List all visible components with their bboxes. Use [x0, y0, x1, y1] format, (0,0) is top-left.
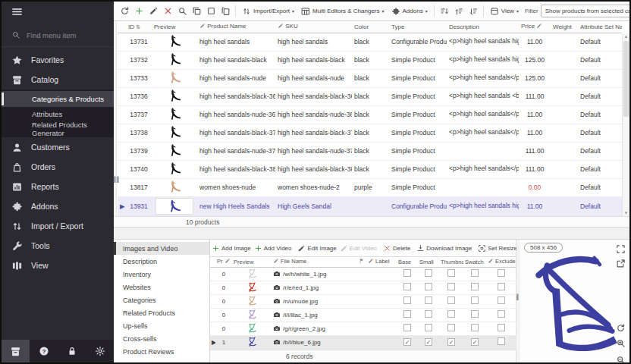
menu-addons[interactable]: Addons▾ [389, 5, 430, 18]
product-row[interactable]: 13732 high heel sandals-black high heel … [118, 51, 622, 69]
thumbnail-checkbox[interactable] [447, 269, 455, 277]
icol-file-name[interactable]: File Name [272, 257, 357, 267]
base-checkbox[interactable] [403, 269, 411, 277]
col-attribute-set[interactable]: Attribute Set Name [578, 21, 622, 33]
sidebar-item-reports[interactable]: Reports [2, 177, 114, 196]
edit-image-button[interactable]: Edit Image [297, 244, 336, 253]
product-row[interactable]: 13731 high heel sandals high heel sandal… [118, 33, 622, 51]
tab-cross-sells[interactable]: Cross-sells [114, 332, 209, 345]
thumbnail-checkbox[interactable] [447, 310, 455, 318]
swatch-checkbox[interactable] [471, 310, 479, 318]
menu-import-export[interactable]: Import/Export▾ [240, 5, 297, 18]
sortza-button[interactable] [438, 5, 450, 18]
zoom-out-icon[interactable] [616, 354, 626, 362]
exclude-checkbox[interactable] [498, 297, 505, 304]
sidebar-subitem-categories-products[interactable]: Categories & Products [2, 91, 114, 107]
sidebar-item-view[interactable]: View [2, 256, 114, 275]
image-row[interactable]: 0 /g/r/green_2.jpg [210, 322, 516, 335]
delete-button[interactable] [162, 5, 174, 18]
copy-button[interactable] [190, 5, 202, 18]
base-checkbox[interactable] [403, 324, 411, 331]
product-row[interactable]: 13738 high heel sandals-black-37 high he… [118, 124, 622, 142]
thumbnail-checkbox[interactable] [447, 324, 455, 331]
sidebar-item-customers[interactable]: Customers [2, 137, 114, 157]
archive-footer-icon[interactable] [2, 340, 30, 362]
products-scrollbar[interactable]: ▲▼ [622, 33, 629, 216]
sidebar-item-addons[interactable]: Addons [2, 196, 114, 216]
menu-search-input[interactable] [27, 31, 102, 39]
edit-video-button[interactable]: Edit Video [340, 244, 377, 253]
small-checkbox[interactable] [425, 297, 432, 304]
thumbnail-checkbox[interactable]: ✓ [447, 338, 455, 346]
image-row[interactable]: 0 /n/u/nude.jpg [210, 294, 516, 308]
base-checkbox[interactable]: ✓ [403, 338, 411, 346]
add-video-button[interactable]: Add Video [254, 244, 292, 253]
menu-multi-editors-changers[interactable]: Multi Editors & Changers▾ [299, 5, 387, 18]
exclude-checkbox[interactable] [498, 310, 505, 318]
tab-images-and-video[interactable]: Images and Video [114, 242, 209, 255]
add-image-button[interactable]: Add Image [212, 244, 251, 253]
tab-product-reviews[interactable]: Product Reviews [114, 345, 209, 358]
sidebar-item-orders[interactable]: Orders [2, 157, 114, 177]
sidebar-subitem-related-products-generator[interactable]: Related Products Generator [2, 121, 114, 136]
paste-button[interactable] [219, 5, 231, 18]
product-row[interactable]: 13736 high heel sandals-black-36 high he… [118, 87, 622, 105]
download-image-button[interactable]: Download Image [416, 244, 472, 253]
tab-description[interactable]: Description [114, 255, 209, 268]
product-row[interactable]: ▶ 13931 new High Heels Sandals High Geel… [118, 196, 622, 216]
tab-inventory[interactable]: Inventory [114, 268, 209, 281]
image-row[interactable]: 0 /r/e/red_1.jpg [210, 281, 516, 294]
tab-websites[interactable]: Websites [114, 281, 209, 293]
hamburger-menu-icon[interactable] [11, 5, 24, 21]
col-preview[interactable]: Preview [152, 21, 197, 33]
thumbnail-checkbox[interactable] [447, 283, 455, 290]
horizontal-splitter[interactable] [114, 228, 629, 240]
refresh-preview-icon[interactable] [616, 322, 626, 332]
sidebar-item-favorites[interactable]: Favorites [2, 50, 114, 70]
col-weight[interactable]: Weight [551, 21, 578, 33]
col-id[interactable]: ID ⇅ [126, 21, 152, 33]
icol-label[interactable]: Label [366, 257, 397, 267]
zoom-in-icon[interactable] [616, 337, 626, 347]
sidebar-item-catalog[interactable]: Catalog [2, 70, 114, 89]
delete-button[interactable]: Delete [383, 244, 410, 253]
gear-icon[interactable] [95, 340, 105, 362]
swatch-checkbox[interactable] [471, 324, 479, 331]
product-row[interactable]: 13740 high heel sandals-black-38 high he… [118, 160, 622, 178]
image-row[interactable]: ▶ 1 /b/l/blue_6.jpg ✓✓✓✓ [210, 335, 516, 349]
swatch-checkbox[interactable] [471, 283, 479, 290]
sidebar-subitem-attributes[interactable]: Attributes [2, 107, 114, 121]
swatch-checkbox[interactable] [471, 297, 479, 304]
icol-base[interactable]: Base [397, 257, 418, 267]
view-menu[interactable]: View▾ [488, 5, 521, 18]
fullscreen-icon[interactable] [616, 243, 626, 253]
exclude-checkbox[interactable] [498, 283, 505, 290]
icol-preview[interactable]: Preview [232, 257, 272, 267]
open-external-icon[interactable] [616, 258, 626, 268]
base-checkbox[interactable] [403, 297, 411, 304]
product-row[interactable]: 13739 high heel sandals-nude-37 high hee… [118, 142, 622, 160]
small-checkbox[interactable] [425, 310, 432, 318]
thumbnail-checkbox[interactable] [447, 297, 455, 304]
image-row[interactable]: 0 /w/h/white_1.jpg [210, 267, 516, 281]
small-checkbox[interactable] [425, 283, 432, 290]
small-checkbox[interactable]: ✓ [425, 338, 432, 346]
tab-up-sells[interactable]: Up-sells [114, 319, 209, 332]
refresh-button[interactable] [118, 5, 130, 18]
search-button[interactable] [176, 5, 188, 18]
swatch-checkbox[interactable]: ✓ [471, 338, 479, 346]
sidebar-item-import-export[interactable]: Import / Export [2, 216, 114, 236]
select-button[interactable] [205, 5, 217, 18]
small-checkbox[interactable] [425, 324, 432, 331]
help-icon[interactable]: ? [39, 340, 49, 362]
col-color[interactable]: Color [352, 21, 389, 33]
sidebar-splitter[interactable]: ▌▌ [114, 21, 117, 227]
small-checkbox[interactable] [425, 269, 432, 277]
expandall-button[interactable] [453, 5, 465, 18]
image-row[interactable]: 0 /l/i/lilac_1.jpg [210, 308, 516, 322]
exclude-checkbox[interactable] [498, 324, 505, 331]
product-row[interactable]: 13737 high heel sandals-nude-36 high hee… [118, 105, 622, 124]
icol-flag[interactable] [357, 257, 366, 267]
sidebar-item-tools[interactable]: Tools [2, 236, 114, 256]
exclude-checkbox[interactable] [498, 269, 505, 277]
